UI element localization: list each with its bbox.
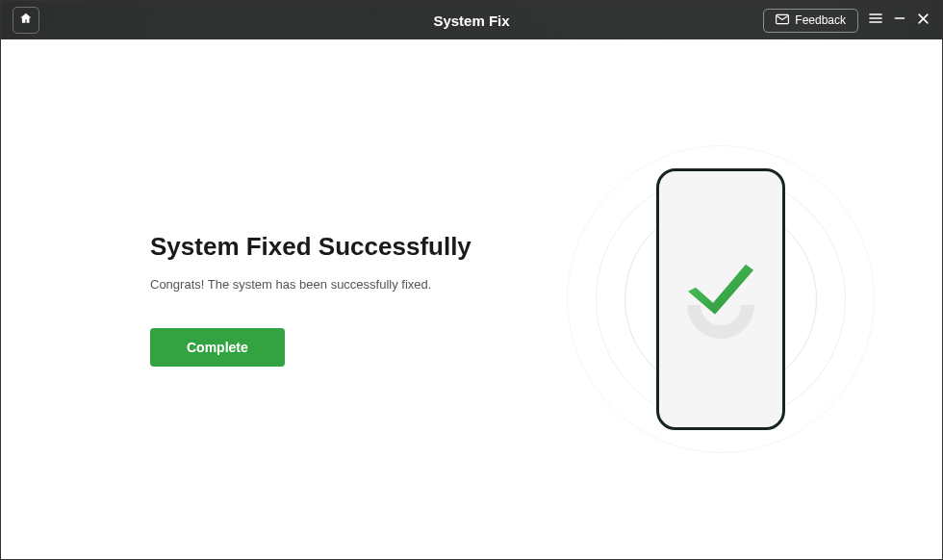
success-subtitle: Congrats! The system has been successful…	[150, 277, 535, 292]
text-section: System Fixed Successfully Congrats! The …	[150, 232, 535, 367]
titlebar-left	[13, 7, 39, 34]
minimize-button[interactable]	[893, 12, 906, 29]
success-heading: System Fixed Successfully	[150, 232, 535, 262]
phone-graphic	[656, 168, 785, 430]
titlebar: System Fix Feedback	[1, 1, 942, 39]
feedback-label: Feedback	[795, 13, 846, 27]
close-button[interactable]	[916, 12, 930, 30]
app-window: System Fix Feedback	[0, 0, 943, 560]
titlebar-right: Feedback	[763, 9, 930, 33]
close-icon	[916, 12, 930, 30]
home-icon	[19, 12, 33, 29]
window-title: System Fix	[433, 13, 509, 29]
menu-button[interactable]	[868, 11, 883, 30]
minimize-icon	[893, 12, 906, 29]
feedback-button[interactable]: Feedback	[763, 9, 858, 33]
menu-icon	[868, 11, 883, 30]
main-content: System Fixed Successfully Congrats! The …	[1, 39, 942, 559]
phone-screen	[659, 171, 782, 427]
success-illustration	[572, 150, 870, 448]
home-button[interactable]	[13, 7, 39, 34]
mail-icon	[776, 13, 789, 28]
complete-button[interactable]: Complete	[150, 328, 285, 367]
checkmark-icon	[688, 258, 753, 318]
